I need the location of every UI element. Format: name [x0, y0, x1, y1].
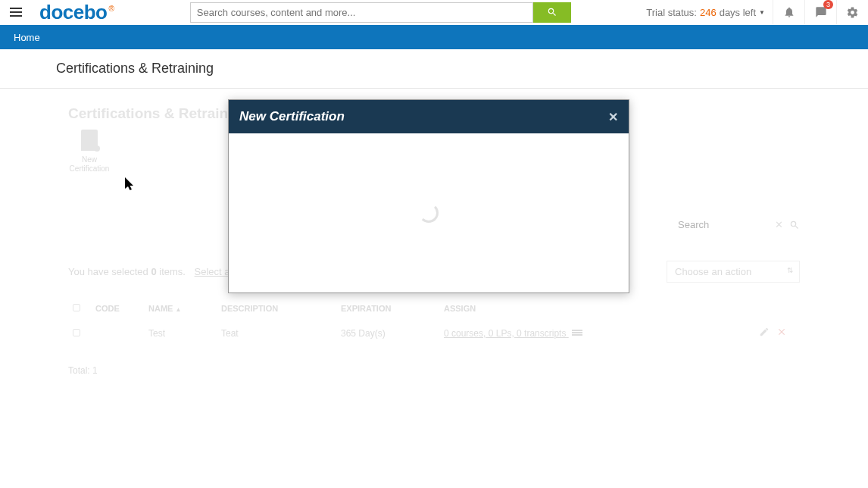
edit-icon	[759, 327, 770, 337]
certificate-icon	[81, 130, 98, 151]
modal-header: New Certification ✕	[229, 100, 629, 133]
trial-prefix: Trial status:	[646, 7, 697, 18]
cell-code	[91, 319, 144, 347]
filter-search-input[interactable]	[678, 219, 769, 230]
selection-suffix: items.	[157, 266, 186, 277]
messages-badge: 3	[823, 0, 833, 9]
modal-body	[229, 133, 629, 292]
breadcrumb-home[interactable]: Home	[14, 32, 40, 43]
certifications-table: CODE NAME ▲ DESCRIPTION EXPIRATION ASSIG…	[68, 298, 800, 347]
col-header-code[interactable]: CODE	[91, 298, 144, 319]
bell-icon	[783, 6, 795, 18]
delete-button[interactable]	[776, 329, 787, 339]
search-input[interactable]	[190, 2, 533, 23]
bulk-action-select[interactable]: Choose an action	[667, 261, 800, 283]
row-checkbox[interactable]	[73, 329, 80, 336]
notifications-button[interactable]	[773, 0, 804, 24]
col-header-select	[68, 298, 91, 319]
loading-spinner-icon	[419, 203, 439, 223]
page-title: Certifications & Retraining	[56, 61, 214, 77]
table-row: Test Teat 365 Day(s) 0 courses, 0 LPs, 0…	[68, 319, 800, 347]
col-header-actions	[754, 298, 800, 319]
settings-button[interactable]	[836, 0, 868, 24]
search-icon	[547, 7, 557, 17]
topbar-icon-group: 3	[773, 0, 868, 24]
col-header-expiration[interactable]: EXPIRATION	[336, 298, 439, 319]
hamburger-menu[interactable]	[0, 8, 32, 17]
brand-logo[interactable]: docebo ®	[32, 1, 114, 24]
search-button[interactable]	[533, 2, 571, 23]
logo-registered-mark: ®	[108, 5, 114, 13]
assign-link[interactable]: 0 courses, 0 LPs, 0 transcripts	[444, 328, 569, 339]
messages-button[interactable]: 3	[804, 0, 836, 24]
selection-prefix: You have selected	[68, 266, 151, 277]
gear-icon	[846, 6, 859, 19]
total-label: Total:	[68, 365, 92, 376]
close-icon	[776, 327, 787, 337]
new-certification-tile[interactable]: New Certification	[68, 130, 111, 174]
new-certification-modal: New Certification ✕	[228, 99, 629, 293]
modal-close-button[interactable]: ✕	[608, 110, 618, 124]
bulk-action-placeholder: Choose an action	[675, 266, 751, 277]
col-header-assign[interactable]: ASSIGN	[439, 298, 754, 319]
clear-search-icon[interactable]: ✕	[775, 219, 783, 230]
cell-description: Teat	[217, 319, 336, 347]
filter-search: ✕	[678, 219, 800, 230]
col-header-description[interactable]: DESCRIPTION	[217, 298, 336, 319]
cell-actions	[754, 319, 800, 347]
modal-title: New Certification	[239, 109, 345, 124]
breadcrumb-bar: Home	[0, 25, 868, 49]
col-header-name[interactable]: NAME ▲	[144, 298, 217, 319]
selection-count: 0	[151, 266, 156, 277]
page-title-bar: Certifications & Retraining	[0, 49, 868, 89]
trial-days: 246	[700, 7, 717, 18]
list-icon[interactable]	[572, 330, 582, 337]
select-all-checkbox[interactable]	[73, 304, 80, 311]
edit-button[interactable]	[759, 329, 770, 339]
cell-expiration: 365 Day(s)	[336, 319, 439, 347]
app-topbar: docebo ® Trial status: 246 days left ▼ 3	[0, 0, 868, 25]
new-certification-label: New Certification	[68, 155, 111, 174]
hamburger-icon	[10, 8, 22, 17]
cell-name[interactable]: Test	[144, 319, 217, 347]
table-total: Total: 1	[68, 365, 800, 376]
cell-assign: 0 courses, 0 LPs, 0 transcripts	[439, 319, 754, 347]
caret-down-icon: ▼	[759, 9, 765, 16]
trial-status-dropdown[interactable]: Trial status: 246 days left ▼	[646, 7, 773, 18]
global-search	[190, 2, 571, 23]
table-header-row: CODE NAME ▲ DESCRIPTION EXPIRATION ASSIG…	[68, 298, 800, 319]
sort-asc-icon: ▲	[175, 306, 181, 313]
total-count: 1	[92, 365, 98, 376]
logo-text: docebo	[39, 1, 107, 24]
search-icon[interactable]	[789, 220, 800, 230]
trial-suffix: days left	[720, 7, 756, 18]
